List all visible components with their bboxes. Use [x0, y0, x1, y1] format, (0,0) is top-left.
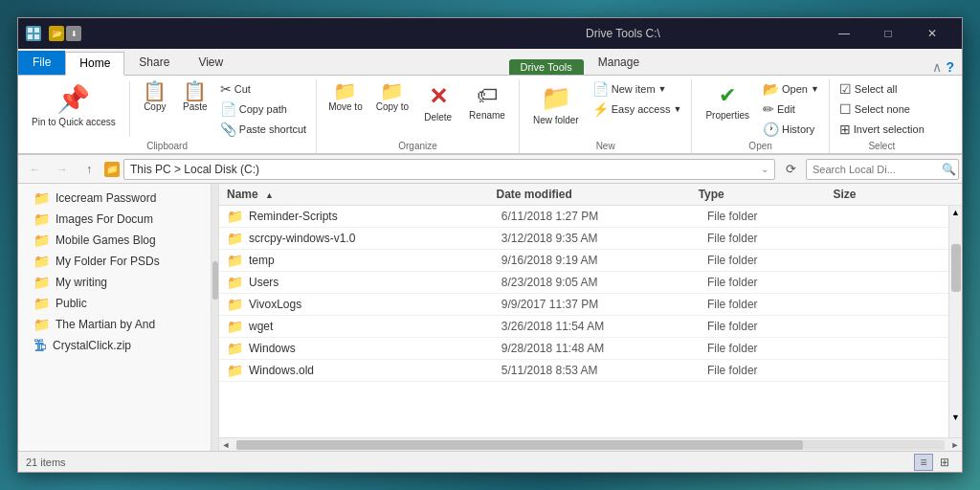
sidebar-item-label: Icecream Password	[56, 191, 156, 205]
col-header-date[interactable]: Date modified	[497, 188, 699, 201]
close-button[interactable]: ✕	[910, 18, 954, 49]
paste-shortcut-label: Paste shortcut	[239, 123, 306, 135]
file-row[interactable]: 📁Windows 9/28/2018 11:48 AM File folder	[219, 338, 962, 360]
sidebar-item-3[interactable]: 📁 My Folder For PSDs	[18, 251, 218, 272]
sidebar-item-0[interactable]: 📁 Icecream Password	[18, 188, 218, 209]
forward-button[interactable]: →	[51, 158, 74, 181]
clipboard-group-label: Clipboard	[146, 141, 188, 151]
sidebar-item-label: Mobile Games Blog	[56, 234, 156, 247]
sidebar-scrollbar[interactable]	[211, 184, 218, 451]
new-item-button[interactable]: 📄 New item ▼	[589, 79, 686, 99]
folder-icon: 📁	[227, 341, 243, 356]
copy-to-button[interactable]: 📁 Copy to	[370, 79, 414, 114]
tab-share[interactable]: Share	[124, 51, 184, 75]
sidebar-item-1[interactable]: 📁 Images For Docum	[18, 209, 218, 230]
new-folder-button[interactable]: 📁 New folder	[525, 79, 587, 127]
tab-view[interactable]: View	[184, 51, 237, 75]
select-group-label: Select	[868, 141, 895, 151]
file-list-header: Name ▲ Date modified Type Size	[219, 184, 962, 206]
easy-access-button[interactable]: ⚡ Easy access ▼	[589, 100, 686, 119]
ribbon-group-organize: 📁 Move to 📁 Copy to ✕ Delete 🏷 Rename Or…	[317, 79, 520, 153]
select-all-button[interactable]: ☑ Select all	[835, 79, 928, 99]
sidebar-item-label: My Folder For PSDs	[56, 255, 160, 268]
scroll-up-btn[interactable]: ▲	[949, 206, 962, 219]
ribbon-group-open: ✔ Properties 📂 Open ▼ ✏ Edit 🕐	[692, 79, 829, 153]
copy-path-button[interactable]: 📄 Copy path	[216, 100, 310, 119]
folder-icon: 📁	[227, 297, 243, 312]
ribbon: 📌 Pin to Quick access 📋 Copy 📋 Paste ✂ C…	[18, 76, 962, 155]
paste-button[interactable]: 📋 Paste	[176, 79, 214, 114]
tab-home[interactable]: Home	[65, 52, 124, 76]
minimize-button[interactable]: —	[822, 18, 866, 49]
file-row[interactable]: 📁Users 8/23/2018 9:05 AM File folder	[219, 272, 962, 294]
ribbon-help-btn[interactable]: ?	[946, 59, 954, 75]
tab-manage[interactable]: Manage	[584, 51, 654, 75]
edit-button[interactable]: ✏ Edit	[759, 100, 823, 119]
file-list-scrollbar[interactable]: ▲ ▼	[948, 206, 962, 437]
move-to-button[interactable]: 📁 Move to	[323, 79, 368, 114]
pin-icon: 📌	[56, 83, 90, 115]
col-header-name[interactable]: Name ▲	[227, 188, 497, 201]
properties-button[interactable]: ✔ Properties	[698, 79, 757, 122]
col-header-type[interactable]: Type	[699, 188, 834, 201]
copy-to-icon: 📁	[380, 81, 404, 100]
file-row[interactable]: 📁temp 9/16/2018 9:19 AM File folder	[219, 250, 962, 272]
delete-button[interactable]: ✕ Delete	[416, 79, 459, 124]
sidebar-item-2[interactable]: 📁 Mobile Games Blog	[18, 230, 218, 251]
history-button[interactable]: 🕐 History	[759, 120, 823, 139]
sidebar-item-6[interactable]: 📁 The Martian by And	[18, 314, 218, 335]
sidebar-item-4[interactable]: 📁 My writing	[18, 272, 218, 293]
file-row[interactable]: 📁Windows.old 5/11/2018 8:53 AM File fold…	[219, 360, 962, 382]
folder-icon: 📁	[33, 190, 50, 206]
file-row[interactable]: 📁wget 3/26/2018 11:54 AM File folder	[219, 316, 962, 338]
file-row[interactable]: 📁Reminder-Scripts 6/11/2018 1:27 PM File…	[219, 206, 962, 228]
tab-file[interactable]: File	[18, 51, 65, 75]
file-row[interactable]: 📁VivoxLogs 9/9/2017 11:37 PM File folder	[219, 294, 962, 316]
folder-icon: 📁	[227, 209, 243, 224]
h-scroll-right[interactable]: ►	[948, 438, 962, 452]
back-button[interactable]: ←	[24, 158, 47, 181]
path-text: This PC > Local Disk (C:)	[130, 163, 259, 176]
ribbon-group-clipboard: 📌 Pin to Quick access 📋 Copy 📋 Paste ✂ C…	[18, 79, 317, 153]
cut-button[interactable]: ✂ Cut	[216, 79, 310, 99]
folder-icon: 📁	[227, 275, 243, 290]
search-input[interactable]	[806, 159, 959, 180]
ribbon-group-new: 📁 New folder 📄 New item ▼ ⚡ Easy access …	[520, 79, 692, 153]
copy-button[interactable]: 📋 Copy	[136, 79, 174, 114]
address-path[interactable]: This PC > Local Disk (C:) ⌄	[123, 159, 775, 180]
open-button[interactable]: 📂 Open ▼	[759, 79, 823, 99]
sidebar-item-5[interactable]: 📁 Public	[18, 293, 218, 314]
cut-label: Cut	[234, 83, 251, 95]
pin-to-quick-access-button[interactable]: 📌 Pin to Quick access	[24, 79, 123, 129]
sidebar: 📁 Icecream Password 📁 Images For Docum 📁…	[18, 184, 219, 451]
sidebar-item-7[interactable]: 🗜 CrystalClick.zip	[18, 335, 218, 356]
select-none-button[interactable]: ☐ Select none	[835, 100, 928, 119]
cut-icon: ✂	[220, 81, 232, 97]
sidebar-item-label: CrystalClick.zip	[53, 339, 131, 352]
large-icon-view-button[interactable]: ⊞	[935, 454, 954, 471]
search-icon: 🔍	[942, 163, 956, 176]
easy-access-label: Easy access	[612, 103, 671, 115]
rename-button[interactable]: 🏷 Rename	[461, 79, 513, 122]
paste-shortcut-button[interactable]: 📎 Paste shortcut	[216, 120, 310, 139]
v-scrollbar-thumb	[951, 244, 961, 292]
col-header-size[interactable]: Size	[833, 188, 941, 201]
up-button[interactable]: ↑	[78, 158, 100, 181]
maximize-button[interactable]: □	[866, 18, 910, 49]
file-row[interactable]: 📁scrcpy-windows-v1.0 3/12/2018 9:35 AM F…	[219, 228, 962, 250]
details-view-button[interactable]: ≡	[914, 454, 933, 471]
address-bar: ← → ↑ 📁 This PC > Local Disk (C:) ⌄ ⟳ 🔍	[18, 155, 962, 184]
view-buttons: ≡ ⊞	[914, 454, 954, 471]
ribbon-collapse-btn[interactable]: ∧	[932, 59, 942, 75]
qa-icon-1[interactable]: 📂	[49, 26, 64, 41]
organize-group-label: Organize	[398, 141, 437, 151]
scroll-down-btn[interactable]: ▼	[949, 411, 962, 424]
history-icon: 🕐	[763, 122, 779, 137]
quick-access-icons: 📂 ⬇	[49, 26, 81, 41]
qa-icon-2[interactable]: ⬇	[66, 26, 81, 41]
folder-icon: 📁	[33, 233, 50, 248]
invert-selection-button[interactable]: ⊞ Invert selection	[835, 120, 928, 139]
open-icon: 📂	[763, 81, 779, 97]
refresh-button[interactable]: ⟳	[779, 158, 802, 181]
h-scroll-left[interactable]: ◄	[219, 438, 233, 452]
